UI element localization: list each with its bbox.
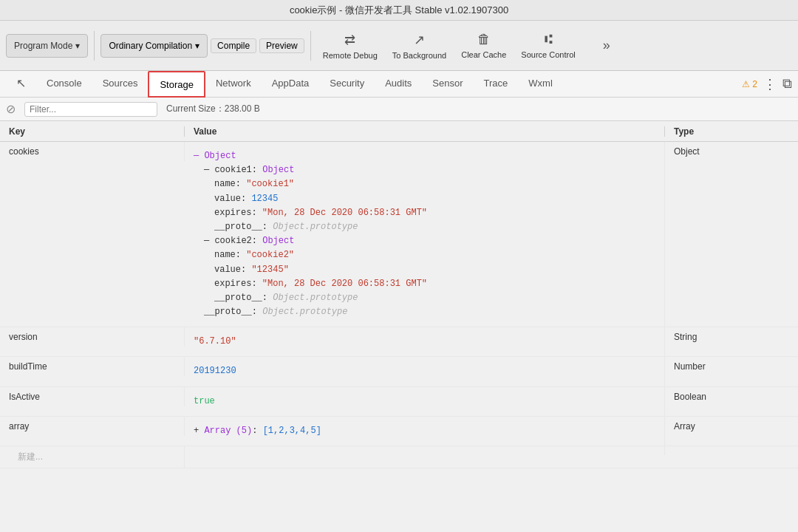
type-cell-version: String [665, 327, 798, 347]
header-value: Value [185, 126, 665, 137]
code-line: name: "cookie1" [194, 177, 655, 191]
cursor-tool[interactable]: ↖ [6, 71, 36, 97]
main-content: Key Value Type cookies — Object — cookie… [0, 121, 798, 532]
filter-input-wrap [24, 102, 157, 117]
more-toolbar-button[interactable]: » [584, 24, 629, 67]
tab-storage[interactable]: Storage [148, 71, 205, 98]
dock-icon[interactable]: ⧉ [782, 76, 792, 92]
tab-trace[interactable]: Trace [474, 71, 519, 97]
clear-cache-button[interactable]: 🗑 Clear Cache [455, 24, 512, 67]
key-cell-isactive: IsActive [0, 387, 185, 406]
new-row-value [185, 446, 665, 455]
ordinary-compilation-label: Ordinary Compilation [109, 41, 192, 51]
value-cell-cookies: — Object — cookie1: Object name: "cookie… [185, 142, 665, 327]
code-block-version: "6.7.10" [194, 332, 655, 352]
filter-bar: ⊘ Current Size：238.00 B [0, 98, 798, 121]
header-key: Key [0, 126, 185, 137]
toolbar-divider-2 [310, 31, 311, 61]
tab-wxml[interactable]: Wxml [518, 71, 563, 97]
tab-console[interactable]: Console [36, 71, 92, 97]
remote-debug-icon: ⇄ [344, 32, 355, 48]
code-line: — cookie1: Object [194, 163, 655, 177]
tab-security[interactable]: Security [319, 71, 375, 97]
compile-button[interactable]: Compile [211, 38, 256, 53]
tab-right-actions: ⚠ 2 ⋮ ⧉ [742, 71, 798, 97]
table-row: array + Array (5): [1,2,3,4,5] Array [0, 417, 798, 446]
tab-sources[interactable]: Sources [92, 71, 149, 97]
code-line: value: "12345" [194, 263, 655, 277]
tab-appdata[interactable]: AppData [262, 71, 320, 97]
new-row-type [665, 446, 798, 455]
code-block-array: + Array (5): [1,2,3,4,5] [194, 421, 655, 441]
toolbar: Program Mode ▾ Ordinary Compilation ▾ Co… [0, 21, 798, 71]
table-row: IsActive true Boolean [0, 387, 798, 417]
tab-audits[interactable]: Audits [375, 71, 422, 97]
cursor-icon: ↖ [16, 76, 26, 90]
to-background-icon: ↗ [414, 32, 425, 48]
ordinary-compilation-dropdown-icon: ▾ [195, 41, 200, 51]
warning-badge: ⚠ 2 [742, 79, 757, 89]
tab-spacer [563, 71, 742, 97]
table-header: Key Value Type [0, 121, 798, 142]
type-cell-buildtime: Number [665, 357, 798, 376]
key-cell-version: version [0, 327, 185, 347]
source-control-button[interactable]: ⑆ Source Control [515, 24, 581, 67]
program-mode-label: Program Mode [14, 41, 72, 51]
code-line: __proto__: Object.prototype [194, 220, 655, 234]
key-cell-cookies: cookies [0, 142, 185, 161]
code-line: expires: "Mon, 28 Dec 2020 06:58:31 GMT" [194, 206, 655, 220]
code-line: __proto__: Object.prototype [194, 305, 655, 319]
table-row: version "6.7.10" String [0, 327, 798, 357]
program-mode-button[interactable]: Program Mode ▾ [6, 34, 88, 58]
type-cell-array: Array [665, 417, 798, 436]
to-background-button[interactable]: ↗ To Background [386, 24, 452, 67]
key-cell-buildtime: buildTime [0, 357, 185, 376]
value-cell-isactive: true [185, 387, 665, 416]
code-line: — Object [194, 149, 655, 163]
code-line: name: "cookie2" [194, 248, 655, 262]
ordinary-compilation-button[interactable]: Ordinary Compilation ▾ [100, 34, 208, 58]
clear-cache-icon: 🗑 [477, 32, 491, 47]
value-cell-array: + Array (5): [1,2,3,4,5] [185, 417, 665, 446]
source-control-icon: ⑆ [545, 32, 553, 47]
toolbar-divider-1 [94, 31, 95, 61]
value-cell-version: "6.7.10" [185, 327, 665, 356]
remote-debug-button[interactable]: ⇄ Remote Debug [317, 24, 383, 67]
code-line: expires: "Mon, 28 Dec 2020 06:58:31 GMT" [194, 277, 655, 291]
title-bar: cookie示例 - 微信开发者工具 Stable v1.02.1907300 [0, 0, 798, 21]
new-row[interactable]: 新建... [0, 446, 798, 468]
tab-bar: ↖ Console Sources Storage Network AppDat… [0, 71, 798, 98]
code-block-cookies: — Object — cookie1: Object name: "cookie… [194, 146, 655, 322]
table-row: buildTime 20191230 Number [0, 357, 798, 386]
table-row: cookies — Object — cookie1: Object name:… [0, 142, 798, 327]
code-line: value: 12345 [194, 192, 655, 206]
title-text: cookie示例 - 微信开发者工具 Stable v1.02.1907300 [290, 4, 508, 17]
preview-button[interactable]: Preview [259, 38, 304, 53]
code-line: — cookie2: Object [194, 234, 655, 248]
header-type: Type [665, 126, 798, 137]
value-cell-buildtime: 20191230 [185, 357, 665, 386]
compile-preview-group: Compile Preview [211, 24, 304, 67]
no-select-icon[interactable]: ⊘ [6, 102, 16, 116]
type-cell-isactive: Boolean [665, 387, 798, 406]
tab-network[interactable]: Network [205, 71, 262, 97]
new-row-key: 新建... [0, 446, 185, 468]
key-cell-array: array [0, 417, 185, 436]
more-toolbar-icon: » [603, 38, 610, 53]
code-line: __proto__: Object.prototype [194, 291, 655, 305]
code-block-buildtime: 20191230 [194, 361, 655, 381]
more-options-icon[interactable]: ⋮ [763, 76, 777, 92]
current-size-label: Current Size：238.00 B [166, 103, 260, 115]
tab-sensor[interactable]: Sensor [422, 71, 473, 97]
type-cell-cookies: Object [665, 142, 798, 161]
filter-input[interactable] [30, 104, 152, 115]
code-block-isactive: true [194, 392, 655, 412]
program-mode-dropdown-icon: ▾ [75, 41, 80, 51]
